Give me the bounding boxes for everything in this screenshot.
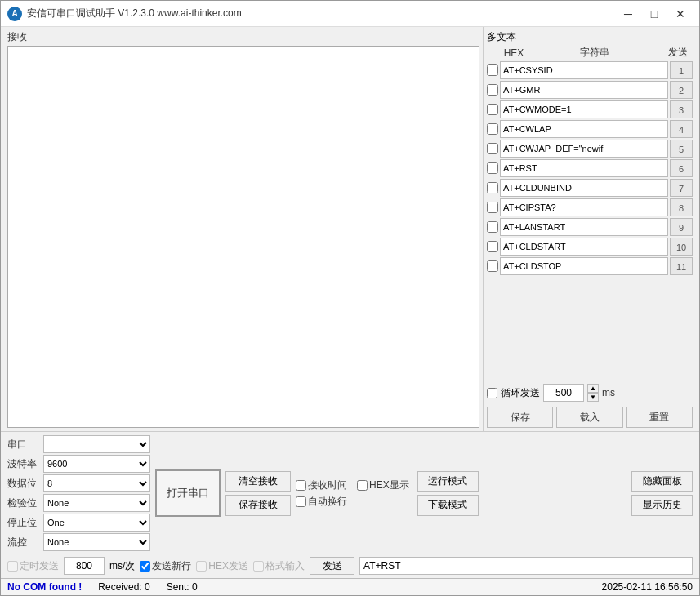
cmd-checkbox-3[interactable] bbox=[487, 104, 498, 115]
maximize-button[interactable]: □ bbox=[642, 5, 667, 23]
cmd-num-2: 2 bbox=[670, 81, 693, 99]
cmd-num-8: 8 bbox=[670, 198, 693, 216]
clear-recv-button[interactable]: 清空接收 bbox=[225, 471, 291, 492]
cmd-input-7[interactable] bbox=[500, 179, 668, 197]
loop-send-input[interactable] bbox=[543, 384, 584, 402]
run-mode-button[interactable]: 运行模式 bbox=[417, 471, 479, 492]
data-row: 数据位 8 bbox=[7, 474, 150, 492]
cmd-row: 11 bbox=[487, 257, 693, 275]
cmd-input-8[interactable] bbox=[500, 198, 668, 216]
loop-send-checkbox[interactable] bbox=[487, 388, 497, 398]
timed-send-checkbox[interactable] bbox=[7, 561, 18, 572]
cmd-row: 10 bbox=[487, 238, 693, 256]
right-btn-row: 保存 载入 重置 bbox=[487, 407, 693, 428]
col-hex-label: HEX bbox=[502, 47, 526, 59]
right-panel-header: 多文本 bbox=[487, 30, 693, 44]
open-port-button[interactable]: 打开串口 bbox=[155, 469, 221, 517]
recv-buttons: 清空接收 保存接收 bbox=[225, 471, 291, 516]
cmd-checkbox-9[interactable] bbox=[487, 221, 498, 233]
fmt-input-text: 格式输入 bbox=[265, 559, 305, 573]
flow-label: 流控 bbox=[7, 536, 40, 549]
cmd-input-1[interactable] bbox=[500, 61, 668, 79]
newline-checkbox[interactable] bbox=[140, 561, 150, 572]
save-button[interactable]: 保存 bbox=[487, 407, 553, 428]
loop-send-up-button[interactable]: ▲ bbox=[587, 384, 599, 393]
hex-send-checkbox[interactable] bbox=[196, 561, 207, 572]
send-button[interactable]: 发送 bbox=[310, 557, 354, 575]
title-text: 安信可串口调试助手 V1.2.3.0 www.ai-thinker.com bbox=[27, 7, 616, 20]
title-bar: A 安信可串口调试助手 V1.2.3.0 www.ai-thinker.com … bbox=[1, 1, 699, 27]
recv-time-checkbox[interactable] bbox=[296, 480, 306, 491]
cmd-checkbox-10[interactable] bbox=[487, 241, 498, 252]
window-controls: ─ □ ✕ bbox=[616, 5, 693, 23]
loop-send-down-button[interactable]: ▼ bbox=[587, 393, 599, 402]
cmd-input-2[interactable] bbox=[500, 81, 668, 99]
cmd-checkbox-5[interactable] bbox=[487, 143, 498, 154]
baud-row: 波特率 9600 bbox=[7, 455, 150, 473]
receive-textarea[interactable] bbox=[7, 46, 479, 428]
show-hist-button[interactable]: 显示历史 bbox=[631, 495, 693, 516]
cmd-num-9: 9 bbox=[670, 218, 693, 236]
cmd-input-4[interactable] bbox=[500, 120, 668, 138]
cmd-checkbox-6[interactable] bbox=[487, 162, 498, 174]
loop-ms-label: ms bbox=[602, 387, 615, 398]
cmd-row: 8 bbox=[487, 198, 693, 216]
loop-send-row: 循环发送 ▲ ▼ ms bbox=[487, 382, 693, 403]
hex-send-label: HEX发送 bbox=[196, 559, 248, 573]
receive-label: 接收 bbox=[7, 30, 479, 44]
stop-row: 停止位 One bbox=[7, 514, 150, 532]
load-button[interactable]: 载入 bbox=[556, 407, 622, 428]
cmd-input-10[interactable] bbox=[500, 238, 668, 256]
cmd-checkbox-1[interactable] bbox=[487, 64, 498, 76]
port-row: 串口 bbox=[7, 435, 150, 453]
mode-buttons: 运行模式 下载模式 bbox=[417, 471, 479, 516]
close-button[interactable]: ✕ bbox=[668, 5, 693, 23]
cmd-input-3[interactable] bbox=[500, 100, 668, 118]
hex-display-text: HEX显示 bbox=[369, 478, 409, 492]
data-select[interactable]: 8 bbox=[43, 474, 150, 492]
dl-mode-button[interactable]: 下载模式 bbox=[417, 495, 479, 516]
bottom-row1: 串口 波特率 9600 数据位 8 bbox=[7, 435, 693, 551]
hide-panel-button[interactable]: 隐藏面板 bbox=[631, 471, 693, 492]
minimize-button[interactable]: ─ bbox=[616, 5, 640, 23]
sent-label: Sent: 0 bbox=[167, 581, 198, 593]
cmd-row: 2 bbox=[487, 81, 693, 99]
reset-button[interactable]: 重置 bbox=[626, 407, 693, 428]
baud-select[interactable]: 9600 bbox=[43, 455, 150, 473]
save-recv-button[interactable]: 保存接收 bbox=[225, 495, 291, 516]
right-btns2: 隐藏面板 显示历史 bbox=[631, 471, 693, 516]
cmd-input-9[interactable] bbox=[500, 218, 668, 236]
cmd-input-6[interactable] bbox=[500, 159, 668, 177]
cmd-checkbox-8[interactable] bbox=[487, 202, 498, 213]
command-list: 1 2 3 4 5 6 7 8 bbox=[487, 61, 693, 379]
hex-display-label: HEX显示 bbox=[357, 478, 409, 492]
col-send-label: 发送 bbox=[663, 46, 693, 60]
stop-select[interactable]: One bbox=[43, 514, 150, 532]
auto-newline-checkbox[interactable] bbox=[296, 496, 306, 507]
loop-send-label: 循环发送 bbox=[501, 386, 540, 400]
send-input[interactable] bbox=[359, 557, 693, 575]
cmd-checkbox-2[interactable] bbox=[487, 84, 498, 96]
cmd-input-5[interactable] bbox=[500, 140, 668, 158]
port-select[interactable] bbox=[43, 435, 150, 453]
fmt-input-label: 格式输入 bbox=[253, 559, 305, 573]
timed-send-text: 定时发送 bbox=[20, 559, 59, 573]
auto-newline-text: 自动换行 bbox=[308, 495, 347, 509]
fmt-input-checkbox[interactable] bbox=[253, 561, 264, 572]
bottom-section: 串口 波特率 9600 数据位 8 bbox=[1, 431, 699, 578]
timed-send-input[interactable] bbox=[64, 557, 105, 575]
recv-options: 接收时间 HEX显示 自动换行 bbox=[296, 478, 409, 509]
cmd-checkbox-7[interactable] bbox=[487, 182, 498, 193]
auto-newline-label: 自动换行 bbox=[296, 495, 347, 509]
flow-select[interactable]: None bbox=[43, 533, 150, 551]
cmd-num-1: 1 bbox=[670, 61, 693, 79]
cmd-checkbox-4[interactable] bbox=[487, 123, 498, 135]
no-com-text: No COM found ! bbox=[7, 581, 82, 593]
hex-display-checkbox[interactable] bbox=[357, 480, 368, 491]
parity-select[interactable]: None bbox=[43, 494, 150, 512]
cmd-checkbox-11[interactable] bbox=[487, 260, 498, 272]
cmd-row: 1 bbox=[487, 61, 693, 79]
cmd-row: 3 bbox=[487, 100, 693, 118]
cmd-input-11[interactable] bbox=[500, 257, 668, 275]
receive-area: 接收 bbox=[1, 27, 483, 431]
